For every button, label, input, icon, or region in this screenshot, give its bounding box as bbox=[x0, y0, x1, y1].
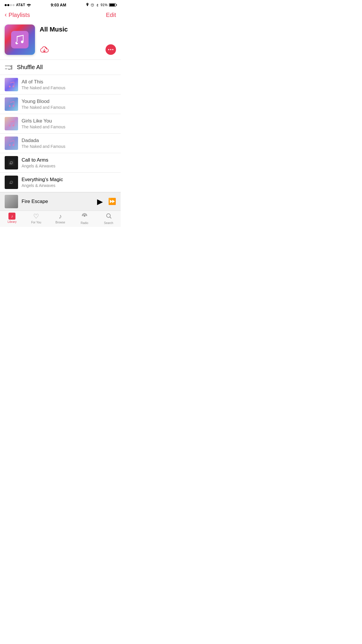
track-artwork-3 bbox=[5, 117, 18, 130]
search-icon bbox=[106, 213, 112, 221]
mini-player-artwork bbox=[5, 195, 18, 208]
track-artist-1: The Naked and Famous bbox=[22, 85, 121, 90]
mini-player-controls: ▶ ⏩ bbox=[97, 197, 116, 206]
tab-library[interactable]: ♪ Library bbox=[0, 213, 24, 227]
track-item[interactable]: AVA Everything's Magic Angels & Airwaves bbox=[0, 173, 121, 192]
shuffle-svg bbox=[5, 64, 13, 71]
play-button[interactable]: ▶ bbox=[97, 197, 103, 206]
playlist-actions bbox=[40, 44, 116, 55]
track-info-2: Young Blood The Naked and Famous bbox=[22, 99, 121, 110]
status-right: 91% bbox=[86, 3, 116, 7]
track-info-1: All of This The Naked and Famous bbox=[22, 79, 121, 90]
track-note-icon bbox=[8, 120, 14, 127]
track-info-3: Girls Like You The Naked and Famous bbox=[22, 118, 121, 129]
carrier-label: AT&T bbox=[16, 3, 25, 7]
track-item[interactable]: All of This The Naked and Famous bbox=[0, 75, 121, 94]
track-title-6: Everything's Magic bbox=[22, 177, 121, 183]
tab-for-you[interactable]: ♡ For You bbox=[24, 213, 48, 227]
track-artwork-5: AVA bbox=[5, 156, 18, 169]
battery-percent: 91% bbox=[101, 3, 108, 7]
svg-rect-2 bbox=[11, 31, 29, 48]
music-note-icon bbox=[11, 31, 29, 48]
track-title-5: Call to Arms bbox=[22, 157, 121, 163]
playlist-header: All Music bbox=[0, 22, 121, 60]
svg-point-0 bbox=[29, 6, 29, 7]
back-label: Playlists bbox=[8, 12, 30, 18]
download-button[interactable] bbox=[40, 45, 49, 54]
library-icon: ♪ bbox=[8, 213, 15, 220]
track-item[interactable]: Girls Like You The Naked and Famous bbox=[0, 114, 121, 134]
track-title-4: Dadada bbox=[22, 138, 121, 144]
track-title-1: All of This bbox=[22, 79, 121, 85]
shuffle-row[interactable]: Shuffle All bbox=[0, 60, 121, 75]
track-info-6: Everything's Magic Angels & Airwaves bbox=[22, 177, 121, 188]
svg-text:AVA: AVA bbox=[9, 183, 12, 184]
track-note-icon bbox=[8, 101, 14, 107]
shuffle-label: Shuffle All bbox=[17, 64, 43, 71]
svg-point-11 bbox=[84, 215, 85, 217]
status-time: 9:03 AM bbox=[51, 3, 66, 7]
alarm-icon bbox=[91, 3, 94, 7]
svg-text:AVA: AVA bbox=[9, 163, 12, 164]
tab-bar: ♪ Library ♡ For You ♪ Browse Radio Searc… bbox=[0, 211, 121, 227]
browse-note-icon: ♪ bbox=[59, 213, 62, 220]
track-note-icon bbox=[8, 81, 14, 88]
status-bar: AT&T 9:03 AM 91% bbox=[0, 0, 121, 9]
track-artist-3: The Naked and Famous bbox=[22, 125, 121, 129]
three-dots-icon bbox=[108, 49, 113, 50]
mini-player-title: Fire Escape bbox=[22, 199, 94, 204]
tab-radio-label: Radio bbox=[81, 221, 88, 225]
track-info-4: Dadada The Naked and Famous bbox=[22, 138, 121, 149]
track-artist-6: Angels & Airwaves bbox=[22, 183, 121, 188]
tab-radio[interactable]: Radio bbox=[72, 213, 96, 227]
track-artist-2: The Naked and Famous bbox=[22, 105, 121, 110]
location-icon bbox=[86, 3, 89, 7]
track-artwork-2 bbox=[5, 97, 18, 111]
track-artwork-1 bbox=[5, 78, 18, 91]
track-item[interactable]: Young Blood The Naked and Famous bbox=[0, 94, 121, 114]
edit-button[interactable]: Edit bbox=[106, 12, 116, 18]
dark-album-icon-2: AVA bbox=[8, 179, 15, 186]
search-svg bbox=[106, 213, 112, 219]
track-list: All of This The Naked and Famous Youn bbox=[0, 75, 121, 192]
cloud-download-icon bbox=[40, 45, 49, 54]
tab-browse[interactable]: ♪ Browse bbox=[48, 213, 73, 227]
playlist-title: All Music bbox=[40, 26, 116, 33]
status-left: AT&T bbox=[5, 3, 31, 7]
track-info-5: Call to Arms Angels & Airwaves bbox=[22, 157, 121, 168]
track-artist-4: The Naked and Famous bbox=[22, 144, 121, 149]
radio-svg bbox=[81, 213, 88, 219]
track-item[interactable]: Dadada The Naked and Famous bbox=[0, 134, 121, 153]
tab-library-label: Library bbox=[8, 220, 17, 223]
bluetooth-icon bbox=[96, 3, 99, 7]
tab-search-label: Search bbox=[104, 221, 113, 225]
radio-icon bbox=[81, 213, 88, 221]
battery-icon bbox=[109, 3, 116, 7]
signal-dots bbox=[5, 4, 15, 6]
shuffle-icon bbox=[5, 64, 13, 71]
forward-button[interactable]: ⏩ bbox=[108, 198, 116, 205]
tab-browse-label: Browse bbox=[55, 221, 65, 224]
track-title-3: Girls Like You bbox=[22, 118, 121, 124]
tab-for-you-label: For You bbox=[31, 221, 41, 224]
heart-icon: ♡ bbox=[33, 213, 39, 220]
back-button[interactable]: ‹ Playlists bbox=[5, 11, 30, 19]
chevron-left-icon: ‹ bbox=[5, 11, 7, 19]
track-artist-5: Angels & Airwaves bbox=[22, 164, 121, 168]
playlist-info: All Music bbox=[40, 24, 116, 55]
more-button[interactable] bbox=[106, 44, 116, 55]
wifi-icon bbox=[27, 3, 31, 7]
tab-search[interactable]: Search bbox=[96, 213, 121, 227]
dark-album-icon: AVA bbox=[8, 160, 15, 166]
track-artwork-4 bbox=[5, 136, 18, 150]
track-item[interactable]: AVA Call to Arms Angels & Airwaves bbox=[0, 153, 121, 173]
playlist-artwork bbox=[5, 24, 35, 55]
track-note-icon bbox=[8, 140, 14, 146]
track-title-2: Young Blood bbox=[22, 99, 121, 104]
nav-header: ‹ Playlists Edit bbox=[0, 9, 121, 22]
track-artwork-6: AVA bbox=[5, 176, 18, 189]
mini-player[interactable]: Fire Escape ▶ ⏩ bbox=[0, 192, 121, 211]
